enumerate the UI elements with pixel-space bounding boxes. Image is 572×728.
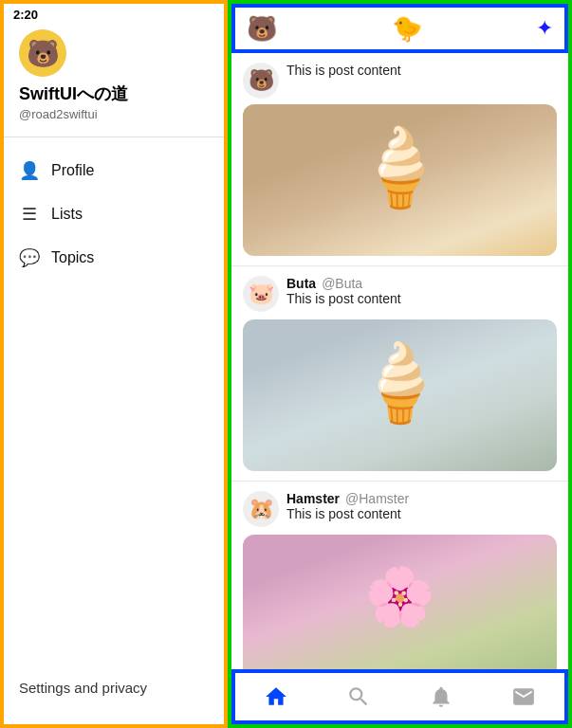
tab-notifications[interactable] (417, 681, 465, 713)
post-2-author-name: Buta (286, 276, 316, 291)
tab-home[interactable] (252, 681, 300, 713)
post-2-header: 🐷 Buta @Buta This is post content (243, 276, 557, 314)
post-3-meta: Hamster @Hamster This is post content (286, 491, 409, 529)
sidebar-item-label-lists: Lists (51, 206, 83, 223)
top-bar: 🐻 🐤 ✦ (231, 4, 568, 53)
lists-icon: ☰ (19, 204, 40, 225)
sidebar-item-profile[interactable]: 👤 Profile (4, 149, 224, 192)
sidebar-item-lists[interactable]: ☰ Lists (4, 192, 224, 236)
post-1-image (243, 104, 557, 256)
post-3-author-line: Hamster @Hamster (286, 491, 409, 506)
top-bar-center-emoji: 🐤 (392, 14, 422, 44)
mail-icon (511, 684, 536, 709)
post-3-avatar: 🐹 (243, 491, 279, 527)
post-3: 🐹 Hamster @Hamster This is post content (231, 482, 568, 669)
post-3-header: 🐹 Hamster @Hamster This is post content (243, 491, 557, 529)
search-icon (346, 684, 371, 709)
post-2-content: This is post content (286, 291, 401, 306)
feed: 🐻 This is post content 🐷 Buta @Buta (231, 53, 568, 669)
post-2: 🐷 Buta @Buta This is post content (231, 266, 568, 482)
sidebar-time: 2:20 (13, 8, 38, 22)
post-1-content: This is post content (286, 63, 401, 78)
post-2-meta: Buta @Buta This is post content (286, 276, 401, 314)
tab-search[interactable] (335, 681, 382, 713)
post-1: 🐻 This is post content (231, 53, 568, 266)
home-icon (264, 684, 288, 709)
settings-privacy-button[interactable]: Settings and privacy (19, 680, 147, 696)
post-2-author-handle: @Buta (322, 276, 362, 291)
post-1-avatar-emoji: 🐻 (249, 68, 274, 93)
post-3-image (243, 535, 557, 669)
post-3-author-name: Hamster (286, 491, 340, 506)
profile-icon: 👤 (19, 160, 40, 181)
sidebar-item-label-topics: Topics (51, 249, 94, 266)
sidebar-status-bar: 2:20 (4, 4, 224, 22)
post-2-image (243, 319, 557, 471)
topics-icon: 💬 (19, 247, 40, 268)
bottom-tab-bar (231, 669, 568, 724)
post-2-author-line: Buta @Buta (286, 276, 401, 291)
sparkle-icon[interactable]: ✦ (536, 16, 553, 41)
post-1-meta: This is post content (286, 63, 401, 85)
top-bar-icons: 🐻 🐤 ✦ (247, 14, 553, 44)
sidebar-item-topics[interactable]: 💬 Topics (4, 236, 224, 280)
post-1-avatar: 🐻 (243, 63, 279, 99)
post-3-content: This is post content (286, 506, 409, 521)
sidebar-nav: 👤 Profile ☰ Lists 💬 Topics (4, 141, 224, 287)
sidebar: 2:20 🐻 SwiftUIへの道 @road2swiftui 👤 Profil… (0, 0, 228, 728)
post-3-avatar-emoji: 🐹 (249, 497, 274, 521)
post-3-author-handle: @Hamster (345, 491, 409, 506)
sidebar-username: SwiftUIへの道 (4, 84, 224, 105)
post-2-avatar-emoji: 🐷 (249, 282, 274, 306)
bell-icon (429, 684, 453, 709)
post-2-avatar: 🐷 (243, 276, 279, 312)
top-bar-left-avatar[interactable]: 🐻 (247, 14, 277, 44)
right-panel: 🐻 🐤 ✦ 🐻 This is post content 🐷 (228, 0, 572, 728)
sidebar-item-label-profile: Profile (51, 162, 94, 179)
sidebar-handle: @road2swiftui (4, 105, 224, 133)
sidebar-divider (4, 136, 224, 137)
sidebar-avatar-emoji: 🐻 (19, 29, 66, 77)
tab-messages[interactable] (500, 681, 547, 713)
post-1-header: 🐻 This is post content (243, 63, 557, 99)
